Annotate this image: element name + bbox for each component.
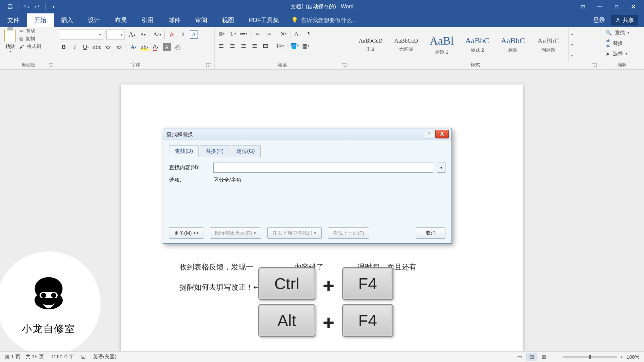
borders-icon[interactable]: ▦▾ — [302, 42, 310, 50]
shrink-font-icon[interactable]: A▾ — [139, 31, 147, 39]
cancel-button[interactable]: 取消 — [416, 227, 445, 239]
font-size-dropdown[interactable]: ▾ — [106, 29, 125, 40]
find-history-dropdown[interactable]: ▾ — [437, 163, 445, 173]
text-effects-icon[interactable]: A▾ — [129, 43, 138, 51]
tab-mail[interactable]: 邮件 — [161, 13, 188, 27]
find-content-input[interactable] — [213, 163, 433, 173]
share-button[interactable]: 共享 — [611, 15, 638, 25]
qat-customize-icon[interactable]: ▾ — [50, 3, 57, 10]
dialog-title-bar[interactable]: 查找和替换 ? X — [163, 128, 451, 140]
close-icon[interactable]: ✕ — [627, 2, 640, 12]
status-page[interactable]: 第 1 页，共 15 页 — [5, 354, 44, 360]
dialog-tab-find[interactable]: 查找(D) — [169, 145, 199, 157]
more-button[interactable]: 更多(M) >> — [169, 227, 204, 239]
replace-button[interactable]: abac 替换 — [606, 39, 629, 48]
shading-icon[interactable]: 🪣▾ — [290, 42, 299, 50]
character-shading-icon[interactable]: A — [163, 43, 171, 51]
zoom-control: − + 100% — [557, 354, 639, 360]
increase-indent-icon[interactable]: ⇥ — [265, 30, 273, 38]
align-center-icon[interactable] — [228, 42, 236, 50]
print-layout-icon[interactable]: ▤ — [526, 353, 537, 361]
show-marks-icon[interactable]: ¶ — [305, 30, 313, 38]
find-next-button[interactable]: 查找下一处(F) — [328, 227, 369, 239]
phonetic-guide-icon[interactable]: 㐀 — [179, 31, 187, 39]
superscript-icon[interactable]: x2 — [115, 43, 123, 51]
subscript-icon[interactable]: x2 — [104, 43, 112, 51]
find-in-button[interactable]: 在以下项中查找(I) ▾ — [267, 227, 321, 239]
tab-review[interactable]: 审阅 — [188, 13, 215, 27]
select-button[interactable]: ➤ 选择 ▾ — [606, 51, 629, 57]
style-item[interactable]: AaBl标题 1 — [424, 28, 460, 61]
sort-icon[interactable]: A↓ — [294, 30, 302, 38]
style-item[interactable]: AaBbCcD正文 — [353, 28, 388, 61]
tell-me-search[interactable]: 💡 告诉我您想要做什么... — [291, 13, 357, 27]
undo-icon[interactable] — [23, 3, 30, 10]
distributed-icon[interactable] — [262, 42, 270, 50]
bullets-icon[interactable]: ≣▾ — [217, 30, 225, 38]
zoom-slider[interactable] — [563, 356, 617, 358]
find-button[interactable]: 🔍 查找 ▾ — [606, 29, 629, 36]
underline-icon[interactable]: U▾ — [82, 43, 90, 51]
styles-gallery[interactable]: AaBbCcD正文AaBbCcD无间隔AaBl标题 1AaBbC标题 2AaBb… — [353, 28, 566, 61]
enclose-characters-icon[interactable]: ㊥ — [174, 43, 182, 51]
tab-design[interactable]: 设计 — [80, 13, 107, 27]
paragraph-dialog-launcher[interactable]: ↘ — [342, 63, 346, 68]
web-layout-icon[interactable]: ▦ — [538, 353, 549, 361]
change-case-icon[interactable]: Aa▾ — [153, 31, 161, 39]
tab-view[interactable]: 视图 — [215, 13, 241, 27]
style-item[interactable]: AaBbC标题 2 — [460, 28, 495, 61]
tab-file[interactable]: 文件 — [0, 13, 27, 27]
cut-button[interactable]: ✂ 剪切 — [19, 28, 41, 34]
style-item[interactable]: AaBbC标题 — [495, 28, 531, 61]
tab-layout[interactable]: 布局 — [107, 13, 134, 27]
save-icon[interactable] — [7, 3, 13, 10]
zoom-out-button[interactable]: − — [557, 354, 560, 360]
tab-pdf-tools[interactable]: PDF工具集 — [241, 13, 286, 27]
dialog-help-button[interactable]: ? — [424, 130, 434, 138]
minimize-icon[interactable]: ─ — [593, 2, 606, 12]
paste-button[interactable]: 粘贴 ▾ — [3, 28, 17, 61]
styles-dialog-launcher[interactable]: ↘ — [592, 63, 597, 68]
login-link[interactable]: 登录 — [593, 16, 605, 24]
line-spacing-icon[interactable]: ‡≡▾ — [276, 42, 284, 50]
font-color-icon[interactable]: A▾ — [152, 43, 160, 51]
status-language[interactable]: 英语(美国) — [93, 354, 116, 360]
strikethrough-icon[interactable]: abc — [93, 43, 101, 51]
tab-home[interactable]: 开始 — [27, 13, 54, 27]
decrease-indent-icon[interactable]: ⇤ — [254, 30, 262, 38]
zoom-percent[interactable]: 100% — [627, 354, 639, 360]
grow-font-icon[interactable]: A▴ — [128, 31, 136, 39]
read-mode-icon[interactable]: ▭ — [514, 353, 525, 361]
tab-references[interactable]: 引用 — [134, 13, 161, 27]
format-painter-button[interactable]: 🖌 格式刷 — [19, 44, 41, 50]
zoom-in-button[interactable]: + — [620, 354, 623, 360]
italic-icon[interactable]: I — [71, 43, 79, 51]
justify-icon[interactable] — [251, 42, 259, 50]
dialog-tab-replace[interactable]: 替换(P) — [200, 145, 229, 157]
align-left-icon[interactable] — [217, 42, 225, 50]
font-dialog-launcher[interactable]: ↘ — [206, 63, 211, 68]
multilevel-list-icon[interactable]: ≔▾ — [239, 30, 248, 38]
style-item[interactable]: AaBbC副标题 — [531, 28, 566, 61]
align-right-icon[interactable] — [239, 42, 248, 50]
maximize-icon[interactable] — [610, 2, 623, 12]
asian-layout-icon[interactable]: ✕▾ — [279, 30, 287, 38]
redo-icon[interactable] — [34, 3, 41, 10]
highlight-icon[interactable]: ab▾ — [141, 43, 149, 51]
status-word-count[interactable]: 1260 个字 — [51, 354, 74, 360]
numbering-icon[interactable]: ⒈▾ — [228, 30, 236, 38]
dialog-tab-goto[interactable]: 定位(G) — [231, 145, 261, 157]
reading-highlight-button[interactable]: 阅读突出显示(R) ▾ — [210, 227, 261, 239]
proofing-icon[interactable]: ☑ — [81, 354, 86, 360]
dialog-close-button[interactable]: X — [435, 130, 449, 138]
ribbon-display-options-icon[interactable] — [576, 2, 590, 12]
clipboard-dialog-launcher[interactable]: ↘ — [49, 63, 53, 68]
copy-button[interactable]: ⧉ 复制 — [19, 36, 41, 42]
style-item[interactable]: AaBbCcD无间隔 — [388, 28, 424, 61]
character-border-icon[interactable]: A — [190, 31, 198, 39]
bold-icon[interactable]: B — [60, 43, 68, 51]
clear-formatting-icon[interactable]: A̷ — [168, 31, 176, 39]
font-family-dropdown[interactable]: ▾ — [60, 29, 103, 40]
tab-insert[interactable]: 插入 — [54, 13, 80, 27]
styles-more-button[interactable]: ▴▾▿ — [568, 28, 576, 61]
